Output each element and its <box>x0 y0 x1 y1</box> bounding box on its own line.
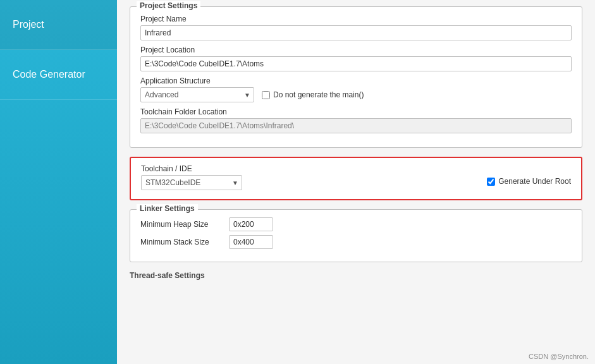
toolchain-folder-row: Toolchain Folder Location <box>140 107 572 133</box>
min-heap-row: Minimum Heap Size <box>140 217 572 231</box>
do-not-generate-label: Do not generate the main() <box>273 90 364 99</box>
app-structure-row: Application Structure Advanced Basic ▼ D… <box>140 76 572 102</box>
project-location-input[interactable] <box>140 56 572 71</box>
watermark: CSDN @Synchron. <box>529 353 589 360</box>
toolchain-ide-section: Toolchain / IDE STM32CubeIDE Makefile EW… <box>130 157 582 200</box>
min-stack-row: Minimum Stack Size <box>140 235 572 249</box>
linker-settings-title: Linker Settings <box>137 204 198 213</box>
linker-settings-group: Linker Settings Minimum Heap Size Minimu… <box>130 209 582 262</box>
min-heap-label: Minimum Heap Size <box>140 220 223 229</box>
app-structure-select[interactable]: Advanced Basic <box>140 87 254 102</box>
toolchain-ide-label: Toolchain / IDE <box>141 164 242 173</box>
main-content: Project Settings Project Name Project Lo… <box>117 0 595 364</box>
min-stack-label: Minimum Stack Size <box>140 238 223 246</box>
toolchain-folder-label: Toolchain Folder Location <box>140 107 572 116</box>
toolchain-ide-select[interactable]: STM32CubeIDE Makefile EWARM MDK-ARM <box>141 175 242 190</box>
project-location-label: Project Location <box>140 46 572 54</box>
app-structure-label: Application Structure <box>140 76 572 85</box>
project-settings-group: Project Settings Project Name Project Lo… <box>130 6 582 148</box>
sidebar-item-label: Project <box>13 19 44 30</box>
project-name-row: Project Name <box>140 15 572 40</box>
thread-safe-label: Thread-safe Settings <box>130 271 582 280</box>
project-location-row: Project Location <box>140 46 572 71</box>
do-not-generate-checkbox[interactable] <box>262 91 270 99</box>
project-settings-title: Project Settings <box>137 1 200 10</box>
project-name-input[interactable] <box>140 25 572 40</box>
toolchain-ide-select-wrap: STM32CubeIDE Makefile EWARM MDK-ARM ▼ <box>141 175 242 190</box>
sidebar-item-project[interactable]: Project <box>0 0 117 50</box>
sidebar-item-code-generator[interactable]: Code Generator <box>0 50 117 100</box>
min-stack-input[interactable] <box>229 235 273 249</box>
toolchain-right: Generate Under Root <box>255 164 571 186</box>
app-structure-select-wrap: Advanced Basic ▼ <box>140 87 254 102</box>
generate-under-root-label[interactable]: Generate Under Root <box>487 177 571 186</box>
generate-under-root-checkbox[interactable] <box>487 178 495 186</box>
do-not-generate-checkbox-label[interactable]: Do not generate the main() <box>262 90 364 99</box>
toolchain-folder-input[interactable] <box>140 118 572 133</box>
sidebar: Project Code Generator <box>0 0 117 364</box>
project-name-label: Project Name <box>140 15 572 23</box>
toolchain-left: Toolchain / IDE STM32CubeIDE Makefile EW… <box>141 164 242 190</box>
sidebar-item-label: Code Generator <box>13 69 85 80</box>
generate-under-root-text: Generate Under Root <box>498 177 571 186</box>
min-heap-input[interactable] <box>229 217 273 231</box>
